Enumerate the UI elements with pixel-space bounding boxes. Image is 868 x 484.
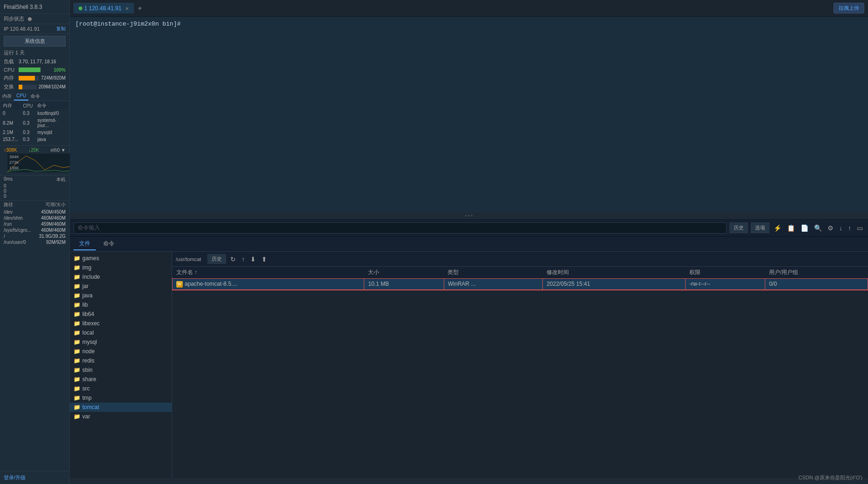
disk-row: /dev450M/450M (4, 209, 66, 215)
tree-item-label: mysql (82, 339, 97, 345)
settings-icon[interactable]: ⚙ (826, 224, 835, 232)
app-title: FinalShell 3.8.3 (0, 0, 69, 14)
tree-item-label: var (82, 413, 90, 420)
tree-item-redis[interactable]: 📁redis (70, 356, 172, 365)
file-row[interactable]: Wapache-tomcat-8.5.... 10.1 MB WinRAR ..… (173, 279, 868, 290)
proc-col-mem: 内存 (1, 102, 20, 109)
swap-label: 交换 (4, 83, 17, 90)
tree-item-lib[interactable]: 📁lib (70, 300, 172, 309)
folder-icon: 📁 (73, 274, 80, 280)
mem-bar (19, 76, 39, 81)
folder-icon: 📁 (73, 413, 80, 420)
sync-dot (28, 17, 32, 21)
options-button[interactable]: 选项 (751, 222, 769, 233)
tree-item-libexec[interactable]: 📁libexec (70, 319, 172, 328)
tree-item-tmp[interactable]: 📁tmp (70, 393, 172, 403)
tree-item-node[interactable]: 📁node (70, 347, 172, 356)
disk-col-size: 可用/大小 (46, 202, 66, 208)
tree-item-jar[interactable]: 📁jar (70, 282, 172, 291)
paste-icon[interactable]: 📄 (799, 224, 810, 232)
folder-icon: 📁 (73, 357, 80, 364)
copy-icon[interactable]: 📋 (786, 224, 796, 232)
tree-item-mysql[interactable]: 📁mysql (70, 337, 172, 347)
disk-col-path: 路径 (4, 202, 13, 208)
tree-item-src[interactable]: 📁src (70, 384, 172, 393)
folder-icon: 📁 (73, 404, 80, 410)
proc-col-cpu: CPU (21, 102, 34, 109)
disk-rows: /dev450M/450M/dev/shm460M/460M/run459M/4… (4, 209, 66, 245)
up-dir-icon[interactable]: ↑ (240, 255, 246, 263)
proc-tab-mem[interactable]: 内存 (0, 92, 14, 101)
col-header-4[interactable]: 权限 (686, 267, 765, 279)
tree-item-include[interactable]: 📁include (70, 272, 172, 282)
tree-item-label: libexec (82, 320, 100, 327)
file-table-header: 文件名 ↑大小类型修改时间权限用户/用户组 (173, 267, 868, 279)
lightning-icon[interactable]: ⚡ (772, 224, 783, 232)
tree-items-container: 📁games📁img📁include📁jar📁java📁lib📁lib64📁li… (70, 254, 172, 421)
tree-item-var[interactable]: 📁var (70, 412, 172, 421)
tree-item-label: include (82, 274, 100, 280)
tree-item-tomcat[interactable]: 📁tomcat (70, 403, 172, 412)
main-area: 1 120.48.41.91 ✕ + 拉拽上传 [root@instance-j… (70, 0, 868, 484)
network-chart: 394K 273K 136K (7, 154, 70, 172)
download-icon[interactable]: ↓ (838, 224, 844, 232)
tree-item-label: lib (82, 302, 88, 308)
tab-commands[interactable]: 命令 (98, 238, 120, 250)
tree-item-share[interactable]: 📁share (70, 375, 172, 384)
tab-close-btn[interactable]: ✕ (125, 6, 129, 11)
process-tabs: 内存 CPU 命令 (0, 92, 69, 101)
upload-icon[interactable]: ↑ (847, 224, 853, 232)
proc-tab-cmd[interactable]: 命令 (28, 92, 42, 101)
layout-icon[interactable]: ▭ (855, 224, 864, 232)
upload-file-icon[interactable]: ⬆ (260, 255, 268, 263)
cpu-bar (19, 67, 40, 72)
tree-item-label: tomcat (82, 404, 99, 410)
file-modified: 2022/05/25 15:41 (543, 279, 686, 290)
col-header-2[interactable]: 类型 (444, 267, 542, 279)
file-name: Wapache-tomcat-8.5.... (173, 279, 364, 290)
proc-col-cmd: 命令 (35, 102, 68, 109)
refresh-icon[interactable]: ↻ (229, 255, 237, 263)
tree-item-games[interactable]: 📁games (70, 254, 172, 263)
tree-item-sbin[interactable]: 📁sbin (70, 365, 172, 375)
process-row: 8.2M0.3systemd-jour... (1, 117, 68, 128)
ping-label: 0ms (4, 176, 13, 183)
col-header-1[interactable]: 大小 (364, 267, 444, 279)
col-header-0[interactable]: 文件名 ↑ (173, 267, 364, 279)
new-tab-button[interactable]: + (136, 4, 144, 13)
panel-tabs: 文件 命令 (70, 237, 868, 252)
mem-bar-fill (19, 76, 35, 81)
tab-files[interactable]: 文件 (73, 238, 96, 250)
folder-icon: 📁 (73, 385, 80, 392)
winrar-icon: W (176, 281, 183, 288)
col-header-3[interactable]: 修改时间 (543, 267, 686, 279)
tab-session-1[interactable]: 1 120.48.41.91 ✕ (73, 3, 134, 13)
tree-item-lib64[interactable]: 📁lib64 (70, 309, 172, 319)
iface-dropdown[interactable]: ▼ (61, 148, 66, 153)
command-input[interactable] (73, 222, 727, 234)
terminal[interactable]: [root@instance-j9im2x0n bin]# (70, 17, 868, 212)
search-icon[interactable]: 🔍 (813, 224, 823, 232)
tree-item-label: games (82, 255, 99, 262)
col-header-5[interactable]: 用户/用户组 (765, 267, 868, 279)
folder-icon: 📁 (73, 264, 80, 271)
tree-item-java[interactable]: 📁java (70, 291, 172, 300)
tree-item-local[interactable]: 📁local (70, 328, 172, 337)
file-history-btn[interactable]: 历史 (207, 254, 226, 264)
credit-text: CSDN @原来你是阳光(#'O') (798, 474, 862, 481)
file-size: 10.1 MB (364, 279, 444, 290)
disk-row: /sys/fs/cgro...460M/460M (4, 227, 66, 233)
download-file-icon[interactable]: ⬇ (249, 255, 257, 263)
sys-info-button[interactable]: 系统信息 (4, 36, 66, 47)
bottom-panel: 文件 命令 📁games📁img📁include📁jar📁java📁lib📁li… (70, 236, 868, 478)
history-button[interactable]: 历史 (729, 222, 748, 233)
copy-btn[interactable]: 复制 (56, 26, 66, 32)
cloud-upload-btn[interactable]: 拉拽上传 (834, 3, 864, 13)
sync-status-row: 同步状态 (0, 14, 69, 24)
tree-item-label: sbin (82, 367, 93, 373)
network-section: ↑308K ↓25K eth0 ▼ 394K 273K 136K (0, 145, 69, 175)
login-button[interactable]: 登录/升级 (0, 471, 69, 484)
proc-tab-cpu[interactable]: CPU (14, 92, 28, 101)
folder-icon: 📁 (73, 376, 80, 383)
tree-item-img[interactable]: 📁img (70, 263, 172, 272)
